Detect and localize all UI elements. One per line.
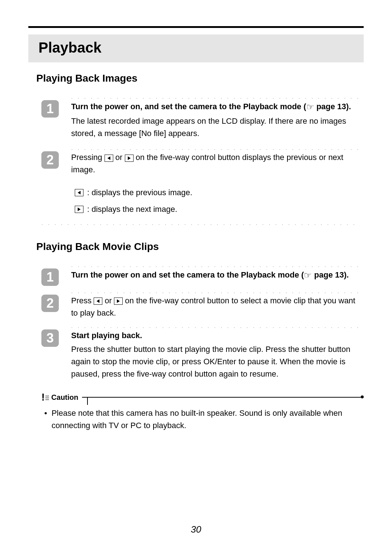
step-number-badge: 1 bbox=[41, 100, 59, 118]
step-number-badge: 1 bbox=[41, 268, 59, 286]
step-row: 2 Press or on the five-way control butto… bbox=[41, 295, 364, 321]
text-fragment: Pressing bbox=[71, 153, 105, 162]
step-body: Press or on the five-way control button … bbox=[71, 295, 364, 321]
chapter-title: Playback bbox=[38, 40, 354, 56]
sub-list: : displays the previous image. : display… bbox=[75, 186, 359, 216]
step-lead-text: Turn the power on and set the camera to … bbox=[71, 270, 304, 279]
caution-block: ! Caution Please note that this camera h… bbox=[41, 392, 364, 432]
chapter-heading-band: Playback bbox=[28, 34, 364, 62]
caution-icon: ! bbox=[41, 393, 49, 401]
section-heading: Playing Back Images bbox=[36, 73, 364, 84]
left-arrow-icon bbox=[94, 297, 102, 305]
list-item: : displays the next image. bbox=[75, 203, 359, 216]
pointing-hand-icon: ☞ bbox=[304, 268, 312, 282]
step-body: Pressing or on the five-way control butt… bbox=[71, 151, 364, 219]
step-body: Turn the power on, and set the camera to… bbox=[71, 100, 364, 141]
step-description: Press the shutter button to start playin… bbox=[71, 343, 359, 380]
dotted-divider: . . . . . . . . . . . . . . . . . . . . … bbox=[71, 323, 359, 329]
dotted-divider: . . . . . . . . . . . . . . . . . . . . … bbox=[71, 94, 359, 100]
pointing-hand-icon: ☞ bbox=[306, 100, 314, 114]
dotted-divider: . . . . . . . . . . . . . . . . . . . . … bbox=[71, 262, 359, 268]
dotted-divider: . . . . . . . . . . . . . . . . . . . . … bbox=[41, 220, 359, 226]
section-playing-back-images: Playing Back Images . . . . . . . . . . … bbox=[28, 73, 364, 226]
list-item: : displays the previous image. bbox=[75, 186, 359, 199]
step-description: The latest recorded image appears on the… bbox=[71, 115, 359, 140]
step-row: 3 Start playing back. Press the shutter … bbox=[41, 329, 364, 382]
step-number-badge: 2 bbox=[41, 295, 59, 312]
text-fragment: or bbox=[115, 153, 125, 162]
step-lead-text: Start playing back. bbox=[71, 331, 142, 340]
left-arrow-icon bbox=[105, 155, 113, 162]
text-fragment: Press bbox=[71, 296, 94, 305]
left-arrow-icon bbox=[75, 189, 83, 196]
right-arrow-icon bbox=[75, 206, 83, 213]
step-body: Turn the power on and set the camera to … bbox=[71, 268, 364, 283]
step-row: 1 Turn the power on and set the camera t… bbox=[41, 268, 364, 286]
list-text: : displays the previous image. bbox=[87, 186, 192, 199]
caution-rule bbox=[82, 393, 364, 401]
manual-page: Playback Playing Back Images . . . . . .… bbox=[0, 0, 392, 554]
caution-header: ! Caution bbox=[41, 392, 364, 403]
step-row: 1 Turn the power on, and set the camera … bbox=[41, 100, 364, 141]
step-lead-text: Turn the power on, and set the camera to… bbox=[71, 102, 306, 111]
step-tail-text: page 13). bbox=[312, 270, 348, 279]
caution-label: Caution bbox=[51, 393, 78, 402]
step-row: 2 Pressing or on the five-way control bu… bbox=[41, 151, 364, 219]
list-text: : displays the next image. bbox=[87, 203, 177, 216]
right-arrow-icon bbox=[125, 155, 134, 162]
text-fragment: or bbox=[105, 296, 114, 305]
step-number-badge: 3 bbox=[41, 329, 59, 347]
dotted-divider: . . . . . . . . . . . . . . . . . . . . … bbox=[71, 288, 359, 295]
dotted-divider: . . . . . . . . . . . . . . . . . . . . … bbox=[71, 145, 359, 151]
top-rule bbox=[28, 26, 364, 28]
caution-text: Please note that this camera has no buil… bbox=[41, 407, 364, 432]
step-tail-text: page 13). bbox=[314, 102, 351, 111]
page-number: 30 bbox=[0, 524, 392, 535]
right-arrow-icon bbox=[114, 297, 123, 305]
step-number-badge: 2 bbox=[41, 151, 59, 169]
section-playing-back-movie-clips: Playing Back Movie Clips . . . . . . . .… bbox=[28, 241, 364, 432]
step-body: Start playing back. Press the shutter bu… bbox=[71, 329, 364, 382]
section-heading: Playing Back Movie Clips bbox=[36, 241, 364, 253]
